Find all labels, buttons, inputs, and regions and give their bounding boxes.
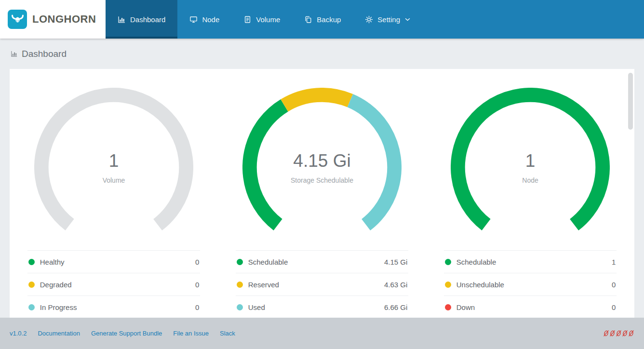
- gauge-section-storage-schedulable: 4.15 GiStorage SchedulableSchedulable4.1…: [218, 88, 426, 318]
- app-header: LONGHORN DashboardNodeVolumeBackupSettin…: [0, 0, 644, 39]
- legend-dot-icon: [28, 282, 35, 288]
- footer: v1.0.2 DocumentationGenerate Support Bun…: [0, 318, 644, 349]
- footer-link-file-an-issue[interactable]: File an Issue: [173, 330, 209, 337]
- legend-value: 0: [612, 281, 616, 289]
- brand-name: LONGHORN: [32, 13, 96, 26]
- gauge-legend: Healthy0Degraded0In Progress0: [27, 250, 201, 318]
- nav-label: Volume: [256, 15, 280, 24]
- legend-value: 0: [612, 303, 616, 311]
- footer-link-slack[interactable]: Slack: [220, 330, 235, 337]
- legend-dot-icon: [445, 259, 451, 265]
- donut-gauge: 4.15 GiStorage Schedulable: [242, 88, 402, 247]
- legend-dot-icon: [237, 282, 243, 288]
- nav-label: Setting: [377, 15, 400, 24]
- bar-chart-icon: [118, 15, 126, 24]
- nav-item-volume[interactable]: Volume: [231, 0, 292, 39]
- legend-row-used: Used6.66 Gi: [236, 296, 409, 318]
- legend-value: 1: [612, 258, 616, 266]
- gauge-section-volume: 1VolumeHealthy0Degraded0In Progress0: [10, 88, 218, 318]
- chevron-down-icon: [405, 18, 410, 21]
- gauge-section-node: 1NodeSchedulable1Unschedulable0Down0: [426, 88, 634, 318]
- donut-gauge: 1Volume: [34, 88, 193, 247]
- nav-item-backup[interactable]: Backup: [292, 0, 353, 39]
- legend-label: Reserved: [248, 281, 279, 289]
- legend-value: 4.15 Gi: [384, 258, 407, 266]
- legend-dot-icon: [445, 304, 451, 310]
- nav-label: Node: [202, 15, 219, 24]
- slashed-circle-icon: [616, 330, 622, 337]
- legend-row-schedulable: Schedulable4.15 Gi: [236, 251, 409, 273]
- footer-broken-icons: [604, 330, 634, 337]
- legend-row-unschedulable: Unschedulable0: [444, 273, 617, 296]
- legend-value: 0: [195, 258, 199, 266]
- slashed-circle-icon: [622, 330, 628, 337]
- donut-gauge: 1Node: [451, 88, 610, 247]
- scrollbar-thumb[interactable]: [628, 73, 633, 130]
- legend-row-degraded: Degraded0: [27, 273, 201, 296]
- dashboard-card: 1VolumeHealthy0Degraded0In Progress04.15…: [10, 69, 634, 318]
- bar-chart-icon: [11, 50, 18, 57]
- legend-label: In Progress: [40, 303, 77, 311]
- legend-label: Degraded: [40, 281, 72, 289]
- legend-dot-icon: [237, 259, 243, 265]
- top-nav: DashboardNodeVolumeBackupSetting: [106, 0, 422, 39]
- legend-label: Unschedulable: [456, 281, 504, 289]
- legend-value: 6.66 Gi: [384, 303, 407, 311]
- legend-value: 0: [195, 281, 199, 289]
- gauge-legend: Schedulable1Unschedulable0Down0: [444, 250, 617, 318]
- brand[interactable]: LONGHORN: [0, 0, 106, 39]
- longhorn-logo: [8, 10, 27, 29]
- page-title: Dashboard: [22, 49, 67, 59]
- slashed-circle-icon: [629, 330, 634, 337]
- version-label: v1.0.2: [10, 330, 27, 337]
- gauges-row: 1VolumeHealthy0Degraded0In Progress04.15…: [10, 69, 634, 318]
- bull-icon: [11, 13, 24, 26]
- legend-dot-icon: [445, 282, 451, 288]
- gauge-legend: Schedulable4.15 GiReserved4.63 GiUsed6.6…: [236, 250, 409, 318]
- footer-link-documentation[interactable]: Documentation: [38, 330, 80, 337]
- nav-label: Backup: [317, 15, 341, 24]
- nav-label: Dashboard: [130, 15, 165, 24]
- legend-value: 4.63 Gi: [384, 281, 407, 289]
- monitor-icon: [189, 15, 198, 24]
- legend-dot-icon: [28, 259, 35, 265]
- legend-label: Healthy: [40, 258, 65, 266]
- gear-icon: [365, 15, 373, 24]
- legend-row-in-progress: In Progress0: [27, 296, 201, 318]
- nav-item-dashboard[interactable]: Dashboard: [106, 0, 177, 39]
- legend-dot-icon: [28, 304, 35, 310]
- legend-row-reserved: Reserved4.63 Gi: [236, 273, 409, 296]
- copy-icon: [304, 15, 312, 24]
- legend-row-healthy: Healthy0: [27, 251, 201, 273]
- slashed-circle-icon: [610, 330, 616, 337]
- footer-link-generate-support-bundle[interactable]: Generate Support Bundle: [91, 330, 162, 337]
- legend-label: Schedulable: [248, 258, 288, 266]
- footer-links: DocumentationGenerate Support BundleFile…: [38, 330, 246, 337]
- document-icon: [243, 15, 252, 24]
- nav-item-setting[interactable]: Setting: [353, 0, 422, 39]
- page-head: Dashboard: [0, 39, 644, 69]
- legend-label: Schedulable: [456, 258, 496, 266]
- legend-row-down: Down0: [444, 296, 617, 318]
- legend-dot-icon: [237, 304, 243, 310]
- legend-label: Down: [456, 303, 475, 311]
- legend-row-schedulable: Schedulable1: [444, 251, 617, 273]
- legend-value: 0: [195, 303, 199, 311]
- legend-label: Used: [248, 303, 265, 311]
- slashed-circle-icon: [604, 330, 609, 337]
- nav-item-node[interactable]: Node: [177, 0, 231, 39]
